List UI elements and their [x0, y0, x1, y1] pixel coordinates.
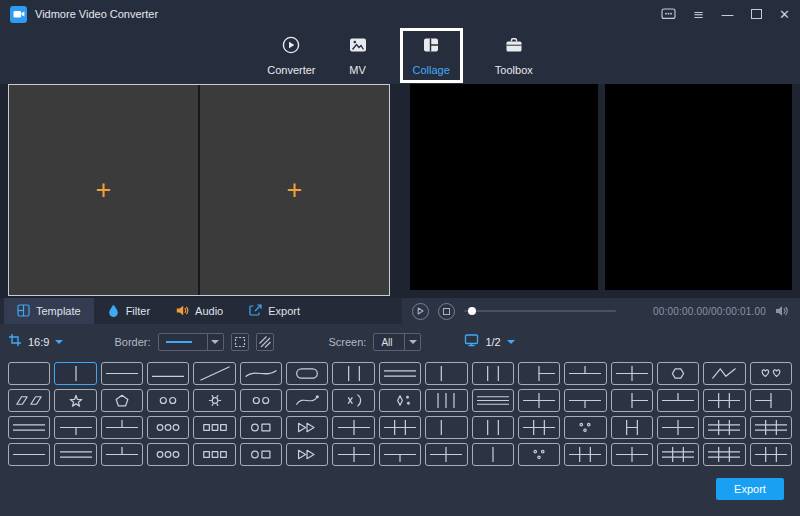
template-option-grid4[interactable] [518, 389, 560, 412]
tab-filter[interactable]: Filter [94, 298, 163, 324]
template-option-ff[interactable] [286, 443, 328, 466]
close-icon[interactable]: ✕ [779, 8, 790, 21]
template-option-dots[interactable] [518, 443, 560, 466]
template-option-t1b2[interactable] [379, 443, 421, 466]
template-option-grid9[interactable] [703, 443, 745, 466]
template-option-v4[interactable] [425, 389, 467, 412]
template-option-grid6[interactable] [564, 443, 606, 466]
template-option-grid4[interactable] [332, 416, 374, 439]
template-option-squares3[interactable] [193, 416, 235, 439]
page-control[interactable]: 1/2 [464, 333, 514, 351]
tab-export[interactable]: Export [236, 298, 313, 324]
minimize-icon[interactable]: — [721, 8, 734, 21]
template-option-dots[interactable] [564, 416, 606, 439]
tab-template[interactable]: Template [4, 298, 94, 324]
template-option-curve[interactable] [240, 362, 282, 385]
template-option-single[interactable] [8, 362, 50, 385]
menu-icon[interactable]: ≡ [693, 8, 704, 21]
template-option-h2[interactable] [101, 362, 143, 385]
template-option-h3[interactable] [379, 362, 421, 385]
tab-converter[interactable]: Converter [267, 28, 315, 76]
collage-slot-1[interactable]: + [9, 85, 198, 295]
template-option-v2[interactable] [54, 362, 96, 385]
template-option-swirl[interactable] [286, 389, 328, 412]
template-option-v3[interactable] [472, 416, 514, 439]
template-option-pentagon[interactable] [101, 389, 143, 412]
border-corner-button[interactable] [231, 333, 249, 351]
template-option-grid4[interactable] [611, 362, 653, 385]
template-option-squares3[interactable] [193, 443, 235, 466]
template-option-para[interactable] [8, 389, 50, 412]
stop-button[interactable] [438, 303, 455, 320]
template-option-v3[interactable] [472, 362, 514, 385]
tab-audio[interactable]: Audio [163, 298, 236, 324]
template-option-grid9[interactable] [703, 416, 745, 439]
template-option-t1b2[interactable] [54, 416, 96, 439]
template-option-circles3[interactable] [147, 443, 189, 466]
collage-slot-2[interactable]: + [200, 85, 389, 295]
template-option-circlesq[interactable] [240, 443, 282, 466]
template-option-v3[interactable] [332, 362, 374, 385]
screen-select-caret-area[interactable] [404, 334, 420, 350]
template-option-circles2[interactable] [240, 389, 282, 412]
template-option-h2low[interactable] [147, 362, 189, 385]
tab-mv[interactable]: MV [348, 28, 368, 76]
template-option-h4[interactable] [472, 389, 514, 412]
template-option-hex[interactable] [657, 362, 699, 385]
page-dropdown-caret[interactable] [507, 340, 515, 344]
border-style-select[interactable] [158, 333, 224, 351]
tab-toolbox[interactable]: Toolbox [495, 28, 533, 76]
template-option-h2[interactable] [8, 443, 50, 466]
template-option-gear[interactable] [193, 389, 235, 412]
template-option-ff[interactable] [286, 416, 328, 439]
template-option-star[interactable] [54, 389, 96, 412]
add-video-icon[interactable]: + [287, 177, 303, 204]
template-option-diag[interactable] [193, 362, 235, 385]
screen-select[interactable]: All [373, 333, 421, 351]
template-option-v2off[interactable] [425, 416, 467, 439]
template-option-grid6[interactable] [518, 416, 560, 439]
template-option-grid9[interactable] [657, 443, 699, 466]
template-option-v2off[interactable] [425, 362, 467, 385]
maximize-icon[interactable] [751, 9, 762, 19]
template-option-grid9[interactable] [750, 416, 792, 439]
template-option-t2b1[interactable] [101, 443, 143, 466]
seek-thumb[interactable] [468, 307, 476, 315]
add-video-icon[interactable]: + [96, 177, 112, 204]
play-button[interactable] [412, 303, 429, 320]
volume-icon[interactable] [775, 304, 790, 318]
tab-collage[interactable]: Collage [413, 32, 450, 76]
template-option-t2b1[interactable] [564, 362, 606, 385]
template-option-rounded[interactable] [286, 362, 328, 385]
template-option-t2b1[interactable] [101, 416, 143, 439]
template-option-grid6[interactable] [750, 443, 792, 466]
template-option-h3[interactable] [54, 443, 96, 466]
template-option-zigzag[interactable] [703, 362, 745, 385]
template-option-circlesq[interactable] [240, 416, 282, 439]
template-option-circles3[interactable] [147, 416, 189, 439]
template-option-starswirl[interactable] [379, 389, 421, 412]
template-option-grid4[interactable] [611, 443, 653, 466]
border-select-caret-area[interactable] [207, 334, 223, 350]
template-option-circles2[interactable] [147, 389, 189, 412]
template-option-v3h[interactable] [611, 416, 653, 439]
template-option-h3[interactable] [8, 416, 50, 439]
border-color-button[interactable] [256, 333, 274, 351]
feedback-icon[interactable] [661, 8, 676, 20]
aspect-ratio-control[interactable]: 16:9 [8, 333, 63, 351]
template-option-grid6[interactable] [379, 416, 421, 439]
template-option-t1b2[interactable] [564, 389, 606, 412]
aspect-dropdown-caret[interactable] [55, 340, 63, 344]
template-option-grid6[interactable] [703, 389, 745, 412]
template-option-grid4[interactable] [657, 416, 699, 439]
template-option-grid4[interactable] [332, 443, 374, 466]
export-button[interactable]: Export [716, 478, 784, 500]
template-option-v2[interactable] [472, 443, 514, 466]
template-option-l1r2[interactable] [611, 389, 653, 412]
template-option-l2r1[interactable] [750, 389, 792, 412]
template-option-grid4[interactable] [425, 443, 467, 466]
seek-slider[interactable] [464, 310, 616, 312]
template-option-hearts[interactable] [750, 362, 792, 385]
template-option-t2b1[interactable] [657, 389, 699, 412]
template-option-gearparen[interactable] [332, 389, 374, 412]
